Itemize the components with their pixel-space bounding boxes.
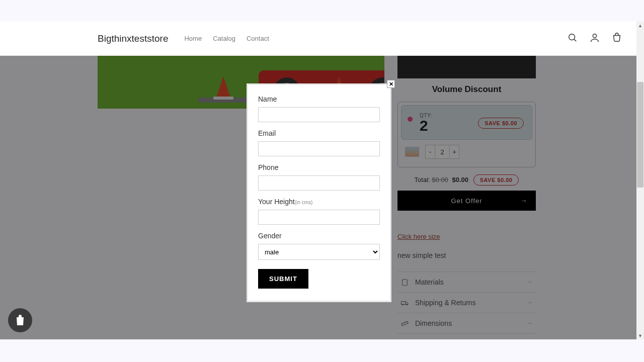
scroll-up-icon[interactable]: ▲ <box>636 22 644 29</box>
scrollbar[interactable]: ▲ ▼ <box>636 22 644 339</box>
shopify-bag-icon <box>14 314 26 327</box>
store-logo[interactable]: Bigthinxteststore <box>98 33 168 44</box>
name-field[interactable] <box>258 107 380 122</box>
search-icon[interactable] <box>567 32 578 45</box>
close-icon[interactable]: ✕ <box>387 80 395 88</box>
svg-line-1 <box>574 39 576 41</box>
phone-label: Phone <box>258 163 380 171</box>
nav-contact[interactable]: Contact <box>247 35 269 42</box>
gender-select[interactable]: male <box>258 244 380 260</box>
account-icon[interactable] <box>589 32 600 45</box>
gender-label: Gender <box>258 232 380 240</box>
scroll-down-icon[interactable]: ▼ <box>636 332 644 339</box>
height-label: Your Height(in cms) <box>258 198 380 206</box>
submit-button[interactable]: SUBMIT <box>258 269 308 289</box>
nav-catalog[interactable]: Catalog <box>213 35 235 42</box>
svg-point-2 <box>593 34 596 37</box>
user-details-modal: ✕ Name Email Phone Your Height(in cms) G… <box>247 83 391 302</box>
phone-field[interactable] <box>258 175 380 191</box>
shopify-badge[interactable] <box>8 308 32 332</box>
height-field[interactable] <box>258 210 380 225</box>
main-nav: Home Catalog Contact <box>184 35 269 42</box>
scrollbar-thumb[interactable] <box>637 82 643 188</box>
name-label: Name <box>258 95 380 103</box>
cart-icon[interactable] <box>611 32 622 45</box>
nav-home[interactable]: Home <box>184 35 202 42</box>
site-header: Bigthinxteststore Home Catalog Contact <box>0 22 636 56</box>
svg-point-0 <box>569 34 575 40</box>
email-label: Email <box>258 129 380 137</box>
email-field[interactable] <box>258 141 380 156</box>
